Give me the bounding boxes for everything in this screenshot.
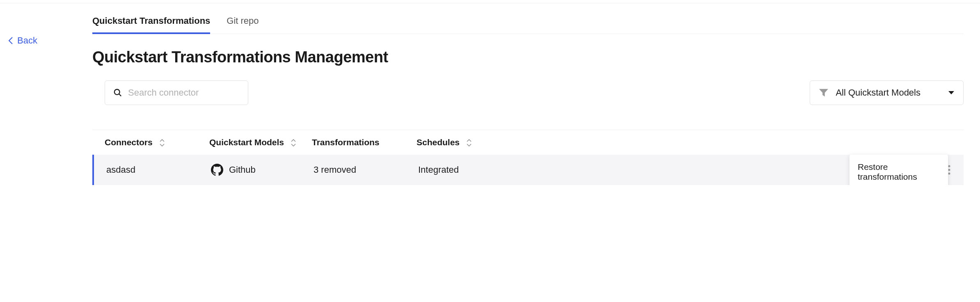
svg-point-0 [114, 89, 120, 95]
column-label: Transformations [312, 137, 380, 147]
chevron-left-icon [8, 37, 13, 45]
back-link[interactable]: Back [8, 35, 37, 46]
tab-quickstart-transformations[interactable]: Quickstart Transformations [92, 16, 210, 34]
tabs: Quickstart Transformations Git repo [92, 16, 964, 34]
svg-line-1 [119, 94, 121, 96]
github-icon [211, 164, 223, 176]
model-label: Github [229, 165, 256, 175]
search-input[interactable] [128, 87, 241, 98]
back-area: Back [0, 16, 92, 185]
page-title: Quickstart Transformations Management [92, 48, 964, 66]
cell-connector: asdasd [106, 165, 211, 175]
cell-transformations: 3 removed [314, 165, 418, 175]
filter-dropdown[interactable]: All Quickstart Models [810, 80, 964, 105]
table-row[interactable]: asdasd Github 3 removed Integrated [92, 155, 964, 185]
svg-marker-3 [948, 91, 954, 94]
row-actions-menu: Restore transformations Edit all schedul… [849, 155, 948, 185]
back-label: Back [17, 35, 37, 46]
tab-label: Git repo [227, 16, 259, 26]
table-header: Connectors Quickstart Models Transformat… [92, 130, 964, 155]
column-header-schedules[interactable]: Schedules [417, 137, 964, 147]
content-wrapper: Back Quickstart Transformations Git repo… [0, 3, 980, 185]
column-label: Quickstart Models [209, 137, 284, 147]
column-header-connectors[interactable]: Connectors [105, 137, 209, 147]
search-icon [113, 88, 122, 97]
svg-marker-2 [819, 89, 828, 96]
cell-model: Github [211, 164, 314, 176]
column-header-models[interactable]: Quickstart Models [209, 137, 312, 147]
column-header-transformations: Transformations [312, 137, 417, 147]
filter-icon [819, 89, 828, 97]
svg-point-4 [948, 165, 950, 167]
search-box[interactable] [105, 80, 248, 105]
column-label: Schedules [417, 137, 460, 147]
menu-item-restore-transformations[interactable]: Restore transformations [849, 155, 948, 185]
svg-point-5 [948, 169, 950, 171]
tab-label: Quickstart Transformations [92, 16, 210, 26]
column-label: Connectors [105, 137, 153, 147]
svg-point-6 [948, 173, 950, 175]
sort-icon [466, 139, 472, 146]
table-area: Connectors Quickstart Models Transformat… [92, 130, 964, 185]
tab-git-repo[interactable]: Git repo [227, 16, 259, 34]
chevron-down-icon [948, 91, 954, 94]
sort-icon [291, 139, 296, 146]
controls-row: All Quickstart Models [92, 80, 964, 105]
sort-icon [159, 139, 165, 146]
menu-item-label: Restore transformations [858, 162, 917, 181]
main-area: Quickstart Transformations Git repo Quic… [92, 16, 980, 185]
dots-vertical-icon [948, 165, 950, 175]
top-border [0, 0, 980, 3]
filter-selected-label: All Quickstart Models [836, 87, 920, 98]
